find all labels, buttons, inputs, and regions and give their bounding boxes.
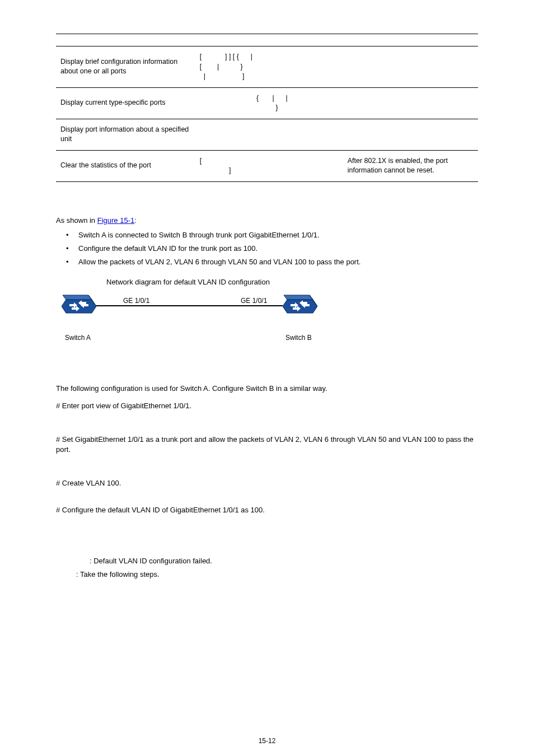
list-item: Configure the default VLAN ID for the tr… (56, 244, 478, 254)
page-number: 15-12 (0, 736, 534, 746)
table-cell-note (343, 119, 478, 150)
table-cell-cmd: [ ] (195, 150, 343, 181)
trouble-line-1: : Default VLAN ID configuration failed. (90, 556, 478, 566)
table-cell-note (343, 87, 478, 119)
svg-marker-8 (283, 300, 317, 313)
table-cell-cmd: { | | } (195, 87, 343, 119)
switch-b-icon: SWITCH (283, 293, 317, 320)
step-3: # Create VLAN 100. (56, 478, 478, 488)
list-item: Switch A is connected to Switch B throug… (56, 230, 478, 240)
step-2: # Set GigabitEthernet 1/0/1 as a trunk p… (56, 435, 478, 455)
switch-b-label: Switch B (285, 333, 312, 343)
switch-a-icon: SWITCH (62, 293, 96, 320)
trouble-line-2: : Take the following steps. (76, 570, 478, 580)
svg-marker-9 (284, 295, 313, 300)
table-row: Display brief configuration information … (56, 46, 478, 88)
table-row: Display port information about a specifi… (56, 119, 478, 150)
port-b-label: GE 1/0/1 (241, 296, 267, 306)
table-cell-desc: Clear the statistics of the port (56, 150, 195, 181)
troubleshoot-block: : Default VLAN ID configuration failed. … (56, 536, 478, 580)
table-row: Display current type-specific ports { | … (56, 87, 478, 119)
switch-a-label: Switch A (65, 333, 91, 343)
table-cell-note (343, 46, 478, 88)
svg-text:SWITCH: SWITCH (72, 315, 86, 319)
table-row: Clear the statistics of the port [ ] Aft… (56, 150, 478, 181)
bullet-list: Switch A is connected to Switch B throug… (56, 230, 478, 268)
svg-text:SWITCH: SWITCH (293, 315, 307, 319)
step-4: # Configure the default VLAN ID of Gigab… (56, 505, 478, 515)
svg-marker-1 (63, 295, 92, 300)
table-cell-cmd: [ ] ] [ { | [ | } | ] (195, 46, 343, 88)
svg-marker-0 (62, 300, 96, 313)
table-cell-desc: Display current type-specific ports (56, 87, 195, 119)
table-cell-cmd (195, 119, 343, 150)
list-item: Allow the packets of VLAN 2, VLAN 6 thro… (56, 257, 478, 267)
figure-link[interactable]: Figure 15-1 (97, 216, 134, 225)
step-1: # Enter port view of GigabitEthernet 1/0… (56, 401, 478, 411)
port-a-label: GE 1/0/1 (123, 296, 149, 306)
config-intro: The following configuration is used for … (56, 384, 478, 394)
table-cell-desc: Display port information about a specifi… (56, 119, 195, 150)
intro-paragraph: As shown in Figure 15-1: (56, 216, 478, 226)
table-cell-desc: Display brief configuration information … (56, 46, 195, 88)
table-cell-note: After 802.1X is enabled, the port inform… (343, 150, 478, 181)
network-diagram: SWITCH SWITCH GE 1/0/1 GE 1/0/1 Switch A… (62, 293, 330, 354)
figure-caption: Network diagram for default VLAN ID conf… (106, 277, 478, 287)
command-table: Display brief configuration information … (56, 34, 478, 182)
table-header-row (56, 34, 478, 46)
